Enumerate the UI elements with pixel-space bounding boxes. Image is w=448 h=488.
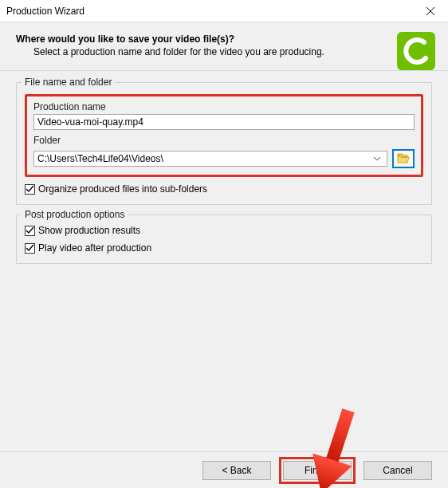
wizard-footer: < Back Finish Cancel [0, 451, 448, 488]
organize-subfolders-checkbox[interactable]: Organize produced files into sub-folders [25, 183, 423, 195]
finish-button[interactable]: Finish [283, 461, 352, 480]
wizard-subtext: Select a production name and folder for … [16, 45, 432, 57]
wizard-heading: Where would you like to save your video … [16, 33, 432, 45]
folder-value: C:\Users\Tech4Life04\Videos\ [37, 153, 371, 164]
folder-label: Folder [33, 135, 415, 146]
checkbox-box [25, 184, 35, 195]
camtasia-logo-icon [397, 32, 435, 70]
close-button[interactable] [412, 0, 448, 22]
production-name-input[interactable] [33, 114, 415, 130]
file-group-legend: File name and folder [22, 77, 115, 88]
organize-subfolders-label: Organize produced files into sub-folders [38, 183, 207, 195]
highlighted-fields-annotation: Production name Folder C:\Users\Tech4Lif… [25, 94, 423, 177]
post-production-group: Post production options Show production … [16, 214, 432, 264]
wizard-body: File name and folder Production name Fol… [0, 71, 448, 451]
post-group-legend: Post production options [22, 209, 128, 220]
title-bar: Production Wizard [0, 0, 448, 22]
play-after-checkbox[interactable]: Play video after production [25, 242, 423, 254]
back-button[interactable]: < Back [202, 461, 271, 480]
production-name-label: Production name [33, 101, 415, 112]
checkbox-box [25, 243, 35, 254]
folder-open-icon [397, 153, 410, 164]
wizard-header: Where would you like to save your video … [0, 22, 448, 71]
window-title: Production Wizard [0, 6, 412, 17]
checkbox-box [25, 226, 35, 236]
cancel-button[interactable]: Cancel [364, 461, 432, 480]
finish-button-highlight-annotation: Finish [279, 457, 356, 484]
show-results-checkbox[interactable]: Show production results [25, 225, 423, 236]
checkmark-icon [26, 185, 34, 194]
production-wizard-window: Production Wizard Where would you like t… [0, 0, 448, 488]
checkmark-icon [26, 226, 34, 235]
show-results-label: Show production results [38, 225, 140, 236]
close-icon [426, 7, 434, 15]
play-after-label: Play video after production [38, 242, 151, 254]
folder-combobox[interactable]: C:\Users\Tech4Life04\Videos\ [33, 151, 387, 167]
checkmark-icon [26, 244, 34, 253]
browse-folder-button[interactable] [392, 149, 415, 168]
chevron-down-icon [371, 157, 383, 161]
file-name-folder-group: File name and folder Production name Fol… [16, 82, 432, 205]
